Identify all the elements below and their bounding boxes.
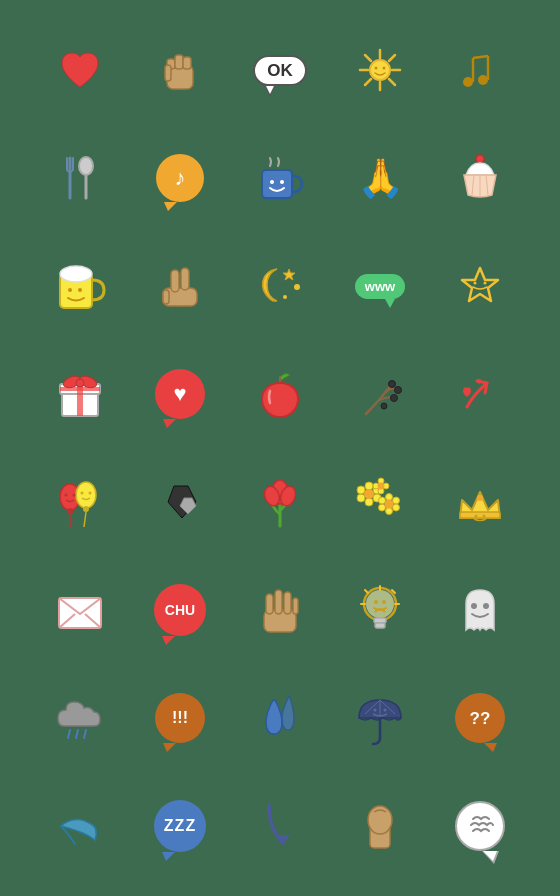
cutlery-icon [60, 152, 100, 204]
svg-point-27 [270, 180, 274, 184]
svg-point-14 [375, 67, 378, 70]
daisies-icon [355, 478, 405, 526]
svg-point-89 [385, 500, 394, 509]
question-text: ?? [455, 693, 505, 743]
cell-heart-bubble: ♥ [130, 340, 230, 448]
svg-rect-40 [181, 268, 189, 290]
ghost-icon [460, 584, 500, 636]
svg-rect-111 [375, 623, 385, 628]
fist-up-icon [362, 800, 398, 852]
cell-moon [230, 232, 330, 340]
cell-cutlery [30, 124, 130, 232]
svg-rect-39 [171, 270, 179, 292]
music-bubble-icon: ♪ [156, 154, 204, 202]
svg-point-76 [365, 482, 373, 490]
fist-icon [161, 47, 199, 93]
svg-point-112 [374, 600, 378, 604]
svg-rect-3 [183, 57, 191, 69]
svg-point-97 [477, 495, 483, 501]
cell-www-bubble: www [330, 232, 430, 340]
cell-ok-bubble: OK [230, 16, 330, 124]
heart-icon [58, 49, 102, 91]
svg-point-67 [73, 494, 76, 497]
svg-point-29 [476, 155, 484, 163]
cell-diamond [130, 448, 230, 556]
svg-point-16 [463, 77, 473, 87]
svg-point-46 [474, 282, 477, 285]
tulip-icon [258, 476, 302, 528]
diamond-icon [158, 480, 202, 524]
svg-point-80 [357, 494, 365, 502]
svg-line-65 [84, 512, 86, 527]
svg-line-117 [365, 590, 368, 593]
svg-point-66 [65, 494, 68, 497]
cell-heart [30, 16, 130, 124]
svg-rect-2 [175, 55, 183, 69]
exclaim-bubble-icon: !!! [155, 693, 205, 743]
svg-point-28 [280, 180, 284, 184]
cell-cloud [30, 664, 130, 772]
svg-point-58 [389, 381, 396, 388]
cell-mug [230, 124, 330, 232]
cell-peace [130, 232, 230, 340]
cell-music-bubble: ♪ [130, 124, 230, 232]
cloud-icon [54, 694, 106, 742]
balloons-icon [56, 475, 104, 529]
apple-icon [258, 369, 302, 419]
svg-point-119 [471, 603, 477, 609]
svg-rect-107 [293, 598, 298, 614]
cell-sun [330, 16, 430, 124]
wind-icon [55, 804, 105, 848]
cell-zzz-bubble: ZZZ [130, 772, 230, 880]
svg-rect-96 [460, 512, 500, 518]
svg-point-54 [76, 379, 84, 387]
svg-line-12 [365, 79, 371, 85]
cell-envelope [30, 556, 130, 664]
svg-point-43 [294, 284, 300, 290]
svg-point-120 [483, 603, 489, 609]
svg-line-18 [473, 56, 488, 58]
heart-bubble-icon: ♥ [155, 369, 205, 419]
emoji-grid: OK [20, 6, 540, 890]
cell-gift [30, 340, 130, 448]
svg-point-94 [378, 483, 385, 490]
svg-point-68 [81, 492, 84, 495]
cell-hand-stop [230, 556, 330, 664]
svg-point-99 [483, 515, 486, 518]
svg-marker-45 [462, 268, 498, 301]
svg-rect-105 [275, 590, 282, 614]
cell-lightbulb [330, 556, 430, 664]
svg-point-35 [60, 266, 92, 282]
svg-point-87 [379, 504, 386, 511]
cell-branch [330, 340, 430, 448]
svg-point-44 [283, 295, 287, 299]
lightbulb-icon [357, 584, 403, 636]
cell-chu-bubble: CHU [130, 556, 230, 664]
hand-stop-icon [260, 584, 300, 636]
arrow-hearts-icon [457, 371, 503, 417]
envelope-icon [55, 590, 105, 630]
svg-point-15 [383, 67, 386, 70]
svg-point-63 [76, 482, 96, 508]
svg-point-57 [395, 387, 402, 394]
peace-icon [161, 262, 199, 310]
svg-point-86 [386, 508, 393, 515]
cell-beer [30, 232, 130, 340]
svg-line-121 [68, 730, 70, 738]
gift-icon [56, 368, 104, 420]
mug-icon [256, 154, 304, 202]
zzz-text: ZZZ [154, 800, 206, 852]
svg-rect-106 [284, 592, 291, 614]
cell-fist [130, 16, 230, 124]
svg-line-123 [84, 730, 86, 738]
water-drops-icon [260, 692, 300, 744]
cell-exclaim-bubble: !!! [130, 664, 230, 772]
star-icon [458, 264, 502, 308]
svg-point-69 [89, 492, 92, 495]
svg-point-13 [370, 60, 390, 80]
svg-line-9 [365, 55, 371, 61]
cell-arrow-down-blue [230, 772, 330, 880]
cell-wind [30, 772, 130, 880]
chu-text: CHU [154, 584, 206, 636]
cupcake-icon [458, 153, 502, 203]
